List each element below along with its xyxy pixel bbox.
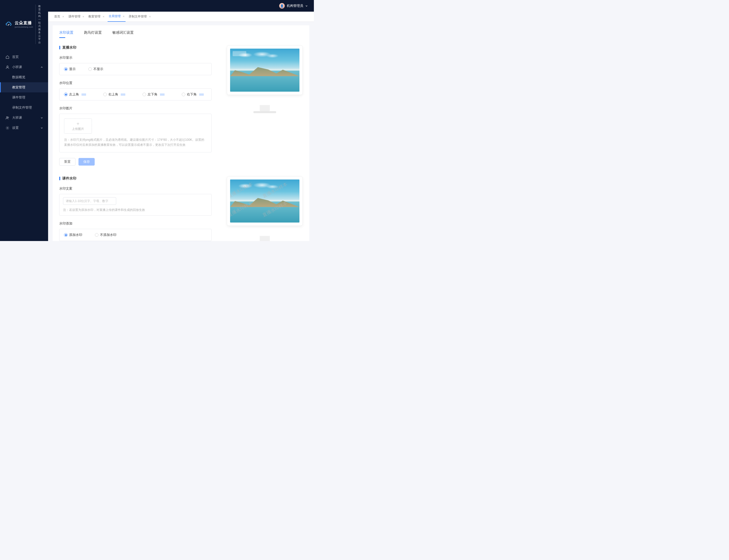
nav-home[interactable]: 首页 bbox=[0, 52, 48, 62]
avatar: 👤 bbox=[279, 3, 285, 9]
logo-area: 云朵直播 yunduoketang.com 教育机构一站 式服务云平台 bbox=[0, 0, 48, 50]
radio-icon bbox=[95, 233, 98, 237]
radio-icon bbox=[143, 93, 146, 96]
topbar: 👤 机构管理员 bbox=[48, 0, 314, 12]
close-icon[interactable]: × bbox=[62, 15, 64, 18]
radio-icon bbox=[103, 93, 107, 96]
radio-icon bbox=[64, 67, 68, 71]
plus-icon: + bbox=[76, 121, 79, 126]
inner-tab[interactable]: 水印设置 bbox=[59, 30, 73, 38]
upload-button[interactable]: + 上传图片 bbox=[64, 118, 92, 134]
nav-data-overview[interactable]: 数据概览 bbox=[0, 72, 48, 82]
radio-add-yes[interactable]: 添加水印 bbox=[64, 233, 82, 237]
inner-tabs: 水印设置跑马灯设置敏感词汇设置 bbox=[59, 30, 303, 38]
nav-label: 小班课 bbox=[12, 65, 22, 69]
brand-name: 云朵直播 bbox=[15, 21, 33, 26]
add-radio-group: 添加水印 不添加水印 bbox=[59, 229, 212, 241]
user-menu[interactable]: 👤 机构管理员 bbox=[279, 3, 308, 9]
inner-tab[interactable]: 跑马灯设置 bbox=[84, 30, 102, 38]
position-radio-group: 左上角 右上角 左下角 右下角 bbox=[59, 88, 212, 101]
user-name: 机构管理员 bbox=[287, 4, 303, 8]
inner-tab[interactable]: 敏感词汇设置 bbox=[112, 30, 134, 38]
radio-pos-bl[interactable]: 左下角 bbox=[143, 92, 165, 97]
nav-small-class[interactable]: 小班课 bbox=[0, 62, 48, 72]
nav-label: 大班课 bbox=[12, 115, 22, 120]
upload-area: + 上传图片 注：水印只支持png格式图片，且必须为透明底。建议最佳图片尺寸：1… bbox=[59, 114, 212, 152]
page-tab[interactable]: 课件管理× bbox=[67, 12, 86, 22]
preview-monitor-live bbox=[227, 45, 303, 95]
radio-icon bbox=[64, 233, 68, 237]
nav-label: 设置 bbox=[12, 126, 19, 130]
page-tab[interactable]: 录制文件管理× bbox=[128, 12, 152, 22]
svg-point-3 bbox=[7, 127, 8, 128]
user-icon bbox=[5, 65, 10, 69]
section-title-live: 直播水印 bbox=[59, 45, 212, 50]
position-preview-icon bbox=[82, 93, 86, 96]
radio-pos-tl[interactable]: 左上角 bbox=[64, 92, 86, 97]
position-preview-icon bbox=[121, 93, 125, 96]
radio-hide[interactable]: 不显示 bbox=[88, 67, 103, 71]
nav: 首页 小班课 数据概览 教室管理 课件管理 录制文件管理 大班课 设置 bbox=[0, 50, 48, 241]
field-label: 水印添加 bbox=[59, 221, 212, 226]
watermark-text-input[interactable] bbox=[63, 197, 116, 205]
field-label: 水印位置 bbox=[59, 81, 212, 85]
svg-point-1 bbox=[6, 116, 8, 118]
close-icon[interactable]: × bbox=[103, 15, 105, 18]
logo-icon bbox=[5, 21, 12, 28]
close-icon[interactable]: × bbox=[83, 15, 85, 18]
radio-icon bbox=[182, 93, 185, 96]
svg-point-0 bbox=[7, 66, 8, 67]
nav-big-class[interactable]: 大班课 bbox=[0, 113, 48, 123]
radio-pos-br[interactable]: 右下角 bbox=[182, 92, 204, 97]
gear-icon bbox=[5, 126, 10, 130]
svg-point-2 bbox=[8, 117, 9, 118]
display-radio-group: 显示 不显示 bbox=[59, 63, 212, 75]
chevron-down-icon bbox=[41, 116, 43, 120]
page-tab[interactable]: 教室管理× bbox=[87, 12, 106, 22]
page-tab[interactable]: 首页× bbox=[53, 12, 65, 22]
page-tab[interactable]: 全局管理× bbox=[108, 12, 126, 22]
field-label: 水印文案 bbox=[59, 186, 212, 191]
close-icon[interactable]: × bbox=[149, 15, 151, 18]
position-preview-icon bbox=[199, 93, 204, 96]
users-icon bbox=[5, 115, 10, 120]
radio-icon bbox=[64, 93, 68, 96]
nav-label: 首页 bbox=[12, 55, 19, 59]
section-title-courseware: 课件水印 bbox=[59, 176, 212, 181]
position-preview-icon bbox=[160, 93, 165, 96]
page-tabs: 首页×课件管理×教室管理×全局管理×录制文件管理× bbox=[48, 12, 314, 22]
text-hint: 注：若设置为添加水印，对直播上传的课件和生成的回放生效 bbox=[63, 207, 208, 212]
reset-button[interactable]: 重置 bbox=[59, 158, 75, 166]
nav-classroom-mgmt[interactable]: 教室管理 bbox=[0, 82, 48, 92]
watermark-preview-badge bbox=[233, 51, 246, 56]
radio-icon bbox=[88, 67, 92, 71]
brand-slogan: 教育机构一站 式服务云平台 bbox=[35, 5, 43, 44]
text-input-box: 注：若设置为添加水印，对直播上传的课件和生成的回放生效 bbox=[59, 194, 212, 216]
brand-domain: yunduoketang.com bbox=[15, 26, 33, 28]
chevron-down-icon bbox=[305, 4, 308, 8]
nav-courseware-mgmt[interactable]: 课件管理 bbox=[0, 92, 48, 103]
home-icon bbox=[5, 55, 10, 59]
radio-add-no[interactable]: 不添加水印 bbox=[95, 233, 116, 237]
chevron-up-icon bbox=[41, 65, 43, 69]
radio-show[interactable]: 显示 bbox=[64, 67, 76, 71]
save-button[interactable]: 保存 bbox=[78, 158, 95, 166]
close-icon[interactable]: × bbox=[123, 14, 125, 18]
upload-hint: 注：水印只支持png格式图片，且必须为透明底。建议最佳图片尺寸：174*80，大… bbox=[64, 137, 207, 148]
chevron-down-icon bbox=[41, 126, 43, 130]
nav-settings[interactable]: 设置 bbox=[0, 123, 48, 133]
field-label: 水印显示 bbox=[59, 55, 212, 60]
sidebar: 云朵直播 yunduoketang.com 教育机构一站 式服务云平台 首页 小… bbox=[0, 0, 48, 241]
preview-monitor-courseware: 直播水印样本 直播水印样本 直播水印样本 直播水印样本 bbox=[227, 176, 303, 226]
radio-pos-tr[interactable]: 右上角 bbox=[103, 92, 125, 97]
field-label: 水印图片 bbox=[59, 106, 212, 111]
nav-record-mgmt[interactable]: 录制文件管理 bbox=[0, 103, 48, 113]
